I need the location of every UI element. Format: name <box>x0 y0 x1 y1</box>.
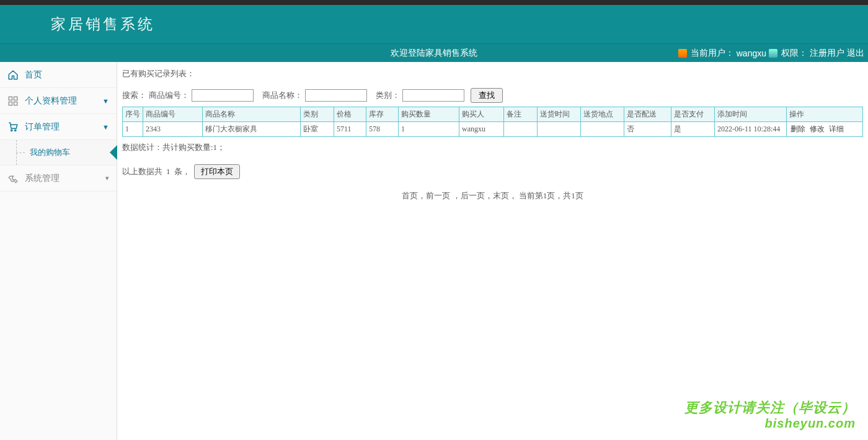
sidebar-sub-orders: 我的购物车 <box>0 140 117 165</box>
cart-icon <box>7 121 19 133</box>
col-seq: 序号 <box>123 107 143 122</box>
list-title: 已有购买记录列表： <box>122 68 863 79</box>
cell-add-time: 2022-06-11 10:28:44 <box>715 122 787 137</box>
svg-rect-0 <box>9 97 12 100</box>
logout-link[interactable]: 退出 <box>847 48 864 59</box>
user-info-bar: 当前用户： wangxu 权限： 注册用户 退出 <box>678 48 864 59</box>
svg-rect-2 <box>9 102 12 105</box>
table-header-row: 序号 商品编号 商品名称 类别 价格 库存 购买数量 购买人 备注 送货时间 送… <box>123 107 863 122</box>
user-value: wangxu <box>737 48 766 58</box>
role-icon <box>769 49 777 58</box>
product-id-label: 商品编号： <box>149 90 189 101</box>
cell-stock: 578 <box>366 122 399 137</box>
col-qty: 购买数量 <box>399 107 459 122</box>
svg-point-5 <box>15 130 16 131</box>
grid-icon <box>7 95 19 107</box>
chevron-down-icon: ▾ <box>105 174 109 182</box>
cell-category: 卧室 <box>301 122 334 137</box>
welcome-text: 欢迎登陆家具销售系统 <box>391 48 477 59</box>
tree-connector-icon <box>16 152 25 153</box>
col-buyer: 购买人 <box>459 107 504 122</box>
col-ship-time: 送货时间 <box>538 107 581 122</box>
col-product-id: 商品编号 <box>143 107 203 122</box>
user-icon <box>678 49 687 58</box>
col-category: 类别 <box>301 107 334 122</box>
col-remark: 备注 <box>504 107 538 122</box>
sidebar-item-profile[interactable]: 个人资料管理 ▼ <box>0 88 117 114</box>
cell-product-name: 移门大衣橱家具 <box>203 122 301 137</box>
sidebar-label-cart: 我的购物车 <box>30 147 70 158</box>
cell-seq: 1 <box>123 122 143 137</box>
browser-chrome-bar <box>0 0 868 5</box>
cell-qty: 1 <box>399 122 459 137</box>
search-label: 搜索： <box>122 90 146 101</box>
role-value: 注册用户 <box>810 48 844 59</box>
sidebar-label-orders: 订单管理 <box>25 121 60 133</box>
sidebar-item-home[interactable]: 首页 <box>0 62 117 88</box>
sidebar-label-home: 首页 <box>25 69 42 81</box>
detail-link[interactable]: 详细 <box>829 125 844 133</box>
sidebar-label-profile: 个人资料管理 <box>25 95 77 107</box>
table-row: 1 2343 移门大衣橱家具 卧室 5711 578 1 wangxu 否 是 … <box>123 122 863 137</box>
purchase-table: 序号 商品编号 商品名称 类别 价格 库存 购买数量 购买人 备注 送货时间 送… <box>122 107 863 137</box>
sidebar-item-orders[interactable]: 订单管理 ▼ <box>0 114 117 140</box>
cell-ship-addr <box>581 122 624 137</box>
chevron-down-icon: ▼ <box>102 97 109 105</box>
pagination-text[interactable]: 首页，前一页 ，后一页，末页， 当前第1页，共1页 <box>402 191 583 200</box>
col-stock: 库存 <box>366 107 399 122</box>
cell-paid: 是 <box>671 122 715 137</box>
cell-remark <box>504 122 538 137</box>
sidebar-label-system: 系统管理 <box>25 173 60 184</box>
home-icon <box>7 69 19 81</box>
svg-rect-1 <box>14 97 17 100</box>
wrench-icon <box>7 173 19 184</box>
sidebar-item-system[interactable]: 系统管理 ▾ <box>0 165 117 191</box>
search-button[interactable]: 查找 <box>471 88 503 103</box>
cell-delivered: 否 <box>624 122 671 137</box>
cell-product-id: 2343 <box>143 122 203 137</box>
col-actions: 操作 <box>787 107 863 122</box>
sidebar: 首页 个人资料管理 ▼ 订单管理 ▼ 我的购物车 <box>0 62 117 440</box>
user-label: 当前用户： <box>691 48 734 59</box>
total-count: 1 <box>166 167 170 177</box>
total-prefix: 以上数据共 <box>122 166 162 177</box>
product-name-input[interactable] <box>305 89 367 102</box>
cell-ship-time <box>538 122 581 137</box>
edit-link[interactable]: 修改 <box>810 125 825 133</box>
col-add-time: 添加时间 <box>715 107 787 122</box>
print-row: 以上数据共1条， 打印本页 <box>122 164 863 179</box>
svg-point-4 <box>11 130 12 131</box>
cell-price: 5711 <box>334 122 366 137</box>
role-label: 权限： <box>781 48 807 59</box>
category-input[interactable] <box>402 89 464 102</box>
svg-rect-3 <box>14 102 17 105</box>
cell-actions: 删除 修改 详细 <box>787 122 863 137</box>
app-title: 家居销售系统 <box>51 14 155 34</box>
total-suffix: 条， <box>174 166 190 177</box>
product-id-input[interactable] <box>192 89 254 102</box>
sidebar-item-cart[interactable]: 我的购物车 <box>0 140 117 165</box>
col-price: 价格 <box>334 107 366 122</box>
category-label: 类别： <box>376 90 400 101</box>
stats-text: 数据统计：共计购买数量:1； <box>122 142 863 153</box>
app-header: 家居销售系统 <box>0 5 868 43</box>
active-indicator-icon <box>110 145 117 160</box>
col-delivered: 是否配送 <box>624 107 671 122</box>
delete-link[interactable]: 删除 <box>790 125 805 133</box>
chevron-down-icon: ▼ <box>102 123 109 131</box>
pagination: 首页，前一页 ，后一页，末页， 当前第1页，共1页 <box>122 190 863 201</box>
content-area: 已有购买记录列表： 搜索： 商品编号： 商品名称： 类别： 查找 序号 商品编号… <box>117 62 868 440</box>
sub-header: 欢迎登陆家具销售系统 当前用户： wangxu 权限： 注册用户 退出 <box>0 43 868 62</box>
cell-buyer: wangxu <box>459 122 504 137</box>
print-button[interactable]: 打印本页 <box>194 164 240 179</box>
product-name-label: 商品名称： <box>262 90 303 101</box>
search-bar: 搜索： 商品编号： 商品名称： 类别： 查找 <box>122 88 863 103</box>
col-ship-addr: 送货地点 <box>581 107 624 122</box>
col-product-name: 商品名称 <box>203 107 301 122</box>
col-paid: 是否支付 <box>671 107 715 122</box>
